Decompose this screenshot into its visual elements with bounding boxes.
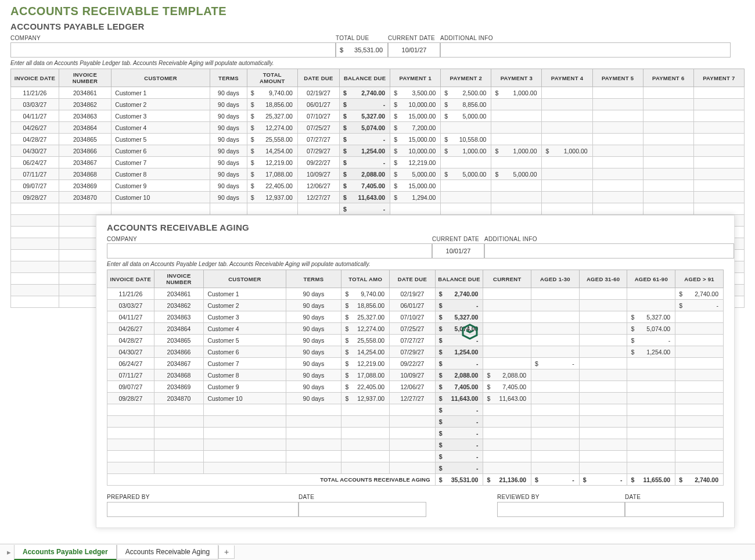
- money-cell[interactable]: [542, 87, 592, 99]
- money-cell[interactable]: [592, 180, 643, 192]
- table-cell[interactable]: Customer 10: [112, 192, 210, 203]
- money-cell[interactable]: $18,856.00: [247, 99, 297, 110]
- table-cell[interactable]: 2034867: [59, 157, 111, 168]
- table-cell[interactable]: [542, 203, 592, 215]
- money-cell[interactable]: [542, 110, 592, 122]
- table-cell[interactable]: 2034862: [154, 300, 204, 308]
- table-cell[interactable]: 07/25/27: [297, 122, 339, 134]
- money-cell[interactable]: [531, 300, 580, 308]
- money-cell[interactable]: [542, 192, 592, 203]
- money-cell[interactable]: $2,740.00: [675, 288, 724, 300]
- table-cell[interactable]: 06/01/27: [297, 99, 339, 110]
- money-cell[interactable]: [441, 122, 491, 134]
- money-cell[interactable]: [483, 288, 531, 300]
- money-cell[interactable]: [579, 288, 627, 300]
- table-cell[interactable]: 90 days: [286, 288, 341, 300]
- table-cell[interactable]: [247, 203, 297, 215]
- money-cell[interactable]: [491, 122, 542, 134]
- money-cell[interactable]: $10,000.00: [390, 145, 441, 157]
- money-cell[interactable]: $5,000.00: [441, 110, 491, 122]
- table-cell[interactable]: [112, 203, 210, 215]
- table-cell[interactable]: 09/28/27: [11, 192, 59, 203]
- money-cell[interactable]: $12,219.00: [390, 157, 441, 168]
- money-cell[interactable]: $15,000.00: [390, 134, 441, 145]
- money-cell[interactable]: $2,088.00: [340, 168, 390, 180]
- table-cell[interactable]: Customer 2: [112, 99, 210, 110]
- table-cell[interactable]: 07/10/27: [297, 110, 339, 122]
- table-cell[interactable]: 02/19/27: [390, 288, 436, 300]
- money-cell[interactable]: $5,000.00: [491, 168, 542, 180]
- company-input[interactable]: [10, 42, 336, 58]
- table-cell[interactable]: 07/27/27: [297, 134, 339, 145]
- money-cell[interactable]: [643, 99, 693, 110]
- company-input[interactable]: [107, 243, 432, 259]
- money-cell[interactable]: [592, 134, 643, 145]
- money-cell[interactable]: $5,000.00: [441, 168, 491, 180]
- table-cell[interactable]: 06/24/27: [11, 157, 59, 168]
- table-cell[interactable]: [59, 203, 111, 215]
- money-cell[interactable]: $9,740.00: [247, 87, 297, 99]
- table-cell[interactable]: Customer 9: [112, 180, 210, 192]
- money-cell[interactable]: [592, 87, 643, 99]
- table-cell[interactable]: 04/28/27: [11, 134, 59, 145]
- money-cell[interactable]: $2,740.00: [340, 87, 390, 99]
- money-cell[interactable]: [693, 122, 744, 134]
- table-cell[interactable]: 07/11/27: [11, 168, 59, 180]
- table-cell[interactable]: 10/09/27: [297, 168, 339, 180]
- money-cell[interactable]: [693, 134, 744, 145]
- money-cell[interactable]: [627, 300, 675, 308]
- money-cell[interactable]: $17,088.00: [247, 168, 297, 180]
- table-cell[interactable]: 90 days: [210, 145, 247, 157]
- money-cell[interactable]: [491, 134, 542, 145]
- money-cell[interactable]: $5,074.00: [340, 122, 390, 134]
- money-cell[interactable]: [643, 110, 693, 122]
- table-cell[interactable]: [11, 203, 59, 215]
- money-cell[interactable]: $15,000.00: [390, 110, 441, 122]
- table-cell[interactable]: 2034865: [59, 134, 111, 145]
- money-cell[interactable]: [592, 145, 643, 157]
- money-cell[interactable]: [491, 180, 542, 192]
- money-cell[interactable]: $12,274.00: [247, 122, 297, 134]
- money-cell[interactable]: $12,937.00: [247, 192, 297, 203]
- money-cell[interactable]: $14,254.00: [247, 145, 297, 157]
- money-cell[interactable]: $2,500.00: [441, 87, 491, 99]
- money-cell[interactable]: [579, 300, 627, 308]
- money-cell[interactable]: [441, 180, 491, 192]
- money-cell[interactable]: $18,856.00: [341, 300, 390, 308]
- table-cell[interactable]: 07/29/27: [297, 145, 339, 157]
- money-cell[interactable]: [542, 168, 592, 180]
- money-cell[interactable]: [693, 157, 744, 168]
- money-cell[interactable]: [627, 288, 675, 300]
- money-cell[interactable]: $-: [340, 99, 390, 110]
- money-cell[interactable]: [693, 99, 744, 110]
- money-cell[interactable]: $9,740.00: [341, 288, 390, 300]
- table-cell[interactable]: 90 days: [210, 87, 247, 99]
- table-cell[interactable]: 03/03/27: [11, 99, 59, 110]
- money-cell[interactable]: [542, 99, 592, 110]
- table-cell[interactable]: [441, 203, 491, 215]
- money-cell[interactable]: [693, 192, 744, 203]
- money-cell[interactable]: [542, 157, 592, 168]
- money-cell[interactable]: $2,740.00: [435, 288, 483, 300]
- additional-info-input[interactable]: [440, 42, 731, 58]
- money-cell[interactable]: $7,200.00: [390, 122, 441, 134]
- money-cell[interactable]: $1,000.00: [441, 145, 491, 157]
- table-cell[interactable]: 90 days: [210, 110, 247, 122]
- money-cell[interactable]: $-: [675, 300, 724, 308]
- money-cell[interactable]: $1,254.00: [340, 145, 390, 157]
- money-cell[interactable]: $1,000.00: [491, 145, 542, 157]
- money-cell[interactable]: $8,856.00: [441, 99, 491, 110]
- table-cell[interactable]: 90 days: [210, 168, 247, 180]
- table-cell[interactable]: Customer 5: [112, 134, 210, 145]
- money-cell[interactable]: [542, 180, 592, 192]
- money-cell[interactable]: $25,327.00: [247, 110, 297, 122]
- table-cell[interactable]: [390, 203, 441, 215]
- table-cell[interactable]: [592, 203, 643, 215]
- table-cell[interactable]: Customer 4: [112, 122, 210, 134]
- table-cell[interactable]: [11, 261, 59, 273]
- table-cell[interactable]: 2034861: [59, 87, 111, 99]
- table-cell[interactable]: 90 days: [286, 300, 341, 308]
- table-cell[interactable]: [491, 203, 542, 215]
- table-cell[interactable]: 04/30/27: [11, 145, 59, 157]
- money-cell[interactable]: $1,000.00: [542, 145, 592, 157]
